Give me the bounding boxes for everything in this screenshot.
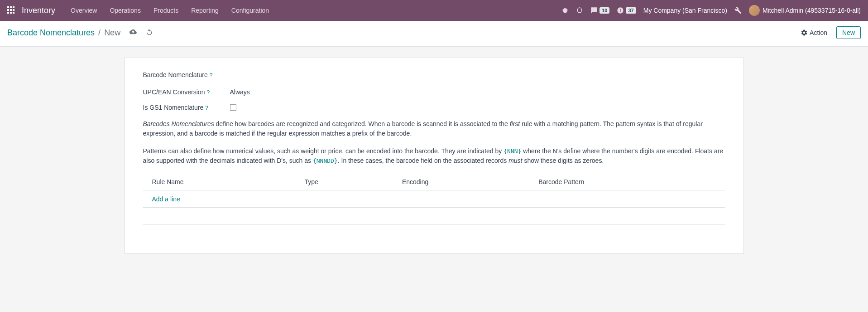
menu-configuration[interactable]: Configuration xyxy=(225,0,275,21)
apps-icon[interactable] xyxy=(7,6,15,15)
menu-overview[interactable]: Overview xyxy=(64,0,103,21)
breadcrumb: Barcode Nomenclatures / New xyxy=(7,28,153,38)
label-nomenclature: Barcode Nomenclature ? xyxy=(143,71,230,78)
label-conversion: UPC/EAN Conversion ? xyxy=(143,88,230,96)
row-gs1: Is GS1 Nomenclature ? xyxy=(143,104,725,111)
control-panel: Barcode Nomenclatures / New Action New xyxy=(0,21,868,47)
nomenclature-input[interactable] xyxy=(230,69,484,80)
control-panel-right: Action New xyxy=(796,26,861,39)
discard-icon[interactable] xyxy=(146,28,153,38)
help-paragraph-1: Barcodes Nomenclatures define how barcod… xyxy=(143,119,725,138)
col-encoding[interactable]: Encoding xyxy=(393,174,529,190)
action-label: Action xyxy=(810,29,827,36)
action-button[interactable]: Action xyxy=(796,26,832,39)
table-header-row: Rule Name Type Encoding Barcode Pattern xyxy=(143,174,725,190)
add-line-link[interactable]: Add a line xyxy=(152,195,180,203)
user-menu[interactable]: Mitchell Admin (49533715-16-0-all) xyxy=(749,5,861,16)
table-row-empty xyxy=(143,208,725,225)
menu-operations[interactable]: Operations xyxy=(103,0,147,21)
nav-left: Inventory Overview Operations Products R… xyxy=(7,0,275,21)
label-gs1: Is GS1 Nomenclature ? xyxy=(143,104,230,111)
company-selector[interactable]: My Company (San Francisco) xyxy=(643,7,727,14)
menu-products[interactable]: Products xyxy=(147,0,185,21)
conversion-select[interactable]: Always xyxy=(230,88,250,96)
user-name: Mitchell Admin (49533715-16-0-all) xyxy=(762,7,861,14)
menu-reporting[interactable]: Reporting xyxy=(185,0,225,21)
support-icon[interactable] xyxy=(576,7,583,14)
gear-icon xyxy=(801,29,808,36)
table-row: Add a line xyxy=(143,190,725,208)
help-paragraph-2: Patterns can also define how numerical v… xyxy=(143,146,725,166)
content-area: Barcode Nomenclature ? UPC/EAN Conversio… xyxy=(117,58,751,253)
messages-icon[interactable]: 10 xyxy=(590,7,609,14)
activities-icon[interactable]: 37 xyxy=(617,7,636,14)
row-nomenclature: Barcode Nomenclature ? xyxy=(143,69,725,80)
app-brand[interactable]: Inventory xyxy=(22,6,55,15)
tools-icon[interactable] xyxy=(734,7,742,14)
save-cloud-icon[interactable] xyxy=(129,28,137,38)
gs1-checkbox[interactable] xyxy=(230,104,236,111)
breadcrumb-sep: / xyxy=(98,28,101,38)
activities-badge: 37 xyxy=(626,7,636,14)
form-sheet: Barcode Nomenclature ? UPC/EAN Conversio… xyxy=(125,58,744,253)
help-icon[interactable]: ? xyxy=(206,89,210,96)
table-row-empty xyxy=(143,225,725,242)
col-type[interactable]: Type xyxy=(295,174,393,190)
nav-right: 10 37 My Company (San Francisco) Mitchel… xyxy=(561,5,861,16)
col-rule-name[interactable]: Rule Name xyxy=(143,174,296,190)
main-navbar: Inventory Overview Operations Products R… xyxy=(0,0,868,21)
breadcrumb-parent[interactable]: Barcode Nomenclatures xyxy=(7,28,95,38)
row-conversion: UPC/EAN Conversion ? Always xyxy=(143,88,725,96)
debug-icon[interactable] xyxy=(561,7,569,14)
col-pattern[interactable]: Barcode Pattern xyxy=(529,174,725,190)
help-icon[interactable]: ? xyxy=(210,72,213,78)
rules-table: Rule Name Type Encoding Barcode Pattern … xyxy=(143,174,725,242)
messages-badge: 10 xyxy=(599,7,609,14)
breadcrumb-current: New xyxy=(104,28,120,38)
avatar xyxy=(749,5,760,16)
help-icon[interactable]: ? xyxy=(205,105,208,111)
new-button[interactable]: New xyxy=(836,26,861,39)
